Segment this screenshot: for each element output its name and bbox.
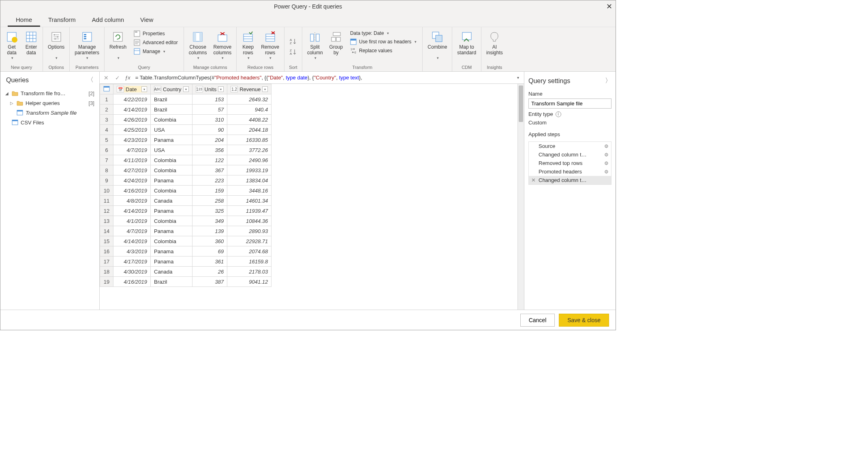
cell[interactable]: 2044.18 [227, 125, 272, 135]
row-number[interactable]: 6 [100, 145, 113, 155]
table-row[interactable]: 74/11/2019Colombia1222490.96 [100, 155, 272, 165]
cell[interactable]: Colombia [151, 216, 192, 226]
row-number[interactable]: 3 [100, 115, 113, 125]
cell[interactable]: 2649.32 [227, 94, 272, 105]
cell[interactable]: 2074.68 [227, 246, 272, 257]
cell[interactable]: 4/7/2019 [113, 145, 151, 155]
scrollbar-thumb[interactable] [519, 86, 523, 122]
keep-rows-button[interactable]: Keep rows▾ [239, 29, 257, 62]
cell[interactable]: Colombia [151, 165, 192, 175]
applied-step[interactable]: Promoted headers⚙ [529, 167, 611, 176]
query-name-input[interactable] [528, 98, 611, 109]
table-row[interactable]: 54/23/2019Panama20416330.85 [100, 135, 272, 145]
cell[interactable]: Canada [151, 267, 192, 277]
cell[interactable]: 4/26/2019 [113, 115, 151, 125]
replace-values-button[interactable]: 12 Replace values [348, 47, 418, 55]
row-number[interactable]: 1 [100, 94, 113, 105]
row-number[interactable]: 12 [100, 206, 113, 216]
row-number[interactable]: 4 [100, 125, 113, 135]
tree-folder[interactable]: ◢Transform file fro…[2] [4, 88, 96, 98]
remove-columns-button[interactable]: Remove columns▾ [211, 29, 234, 62]
table-row[interactable]: 164/3/2019Panama692074.68 [100, 246, 272, 257]
table-row[interactable]: 134/1/2019Colombia34910844.36 [100, 216, 272, 226]
get-data-button[interactable]: Get data▾ [3, 29, 21, 62]
cell[interactable]: 258 [192, 196, 227, 206]
cell[interactable]: 4/14/2019 [113, 236, 151, 246]
cell[interactable]: USA [151, 145, 192, 155]
cell[interactable]: 4/17/2019 [113, 257, 151, 267]
cell[interactable]: 153 [192, 94, 227, 105]
table-row[interactable]: 94/24/2019Panama22313834.04 [100, 175, 272, 186]
filter-icon[interactable]: ▾ [141, 86, 147, 92]
applied-step[interactable]: Changed column t…⚙ [529, 150, 611, 159]
advanced-editor-button[interactable]: Advanced editor [132, 38, 180, 47]
cell[interactable]: Panama [151, 246, 192, 257]
gear-icon[interactable]: ⚙ [604, 143, 609, 149]
cell[interactable]: Colombia [151, 115, 192, 125]
row-number[interactable]: 7 [100, 155, 113, 165]
collapse-icon[interactable]: 〈 [87, 76, 94, 84]
cell[interactable]: 367 [192, 165, 227, 175]
cell[interactable]: 26 [192, 267, 227, 277]
cell[interactable]: 4/14/2019 [113, 105, 151, 115]
cell[interactable]: 387 [192, 277, 227, 287]
cell[interactable]: 349 [192, 216, 227, 226]
filter-icon[interactable]: ▾ [183, 86, 189, 92]
fx-icon[interactable]: ƒx [125, 75, 130, 81]
sort-asc-button[interactable]: AZ [289, 37, 297, 45]
cell[interactable]: 4/22/2019 [113, 94, 151, 105]
cell[interactable]: Panama [151, 257, 192, 267]
cell[interactable]: Colombia [151, 155, 192, 165]
table-row[interactable]: 24/14/2019Brazil57940.4 [100, 105, 272, 115]
cell[interactable]: 4/27/2019 [113, 165, 151, 175]
refresh-button[interactable]: Refresh▾ [107, 29, 129, 62]
formula-commit-icon[interactable]: ✓ [113, 75, 122, 81]
cell[interactable]: Brazil [151, 105, 192, 115]
properties-button[interactable]: Properties [132, 30, 180, 38]
formula-input[interactable]: = Table.TransformColumnTypes(#"Promoted … [134, 74, 511, 81]
column-header[interactable]: ABCCountry▾ [151, 84, 192, 94]
column-header[interactable]: 1.2Revenue▾ [227, 84, 272, 94]
choose-columns-button[interactable]: Choose columns▾ [186, 29, 210, 62]
type-icon[interactable]: ABC [154, 86, 161, 92]
ai-insights-button[interactable]: AI insights [484, 29, 505, 58]
cell[interactable]: 90 [192, 125, 227, 135]
cell[interactable]: 361 [192, 257, 227, 267]
row-number[interactable]: 2 [100, 105, 113, 115]
row-number[interactable]: 15 [100, 236, 113, 246]
table-row[interactable]: 34/26/2019Colombia3104408.22 [100, 115, 272, 125]
close-icon[interactable]: ✕ [606, 2, 612, 11]
tab-home[interactable]: Home [8, 13, 40, 27]
table-row[interactable]: 174/17/2019Panama36116159.8 [100, 257, 272, 267]
table-row[interactable]: 184/30/2019Canada262178.03 [100, 267, 272, 277]
cell[interactable]: Colombia [151, 186, 192, 196]
table-row[interactable]: 14/22/2019Brazil1532649.32 [100, 94, 272, 105]
cell[interactable]: 4/30/2019 [113, 267, 151, 277]
cell[interactable]: 14601.34 [227, 196, 272, 206]
data-type-button[interactable]: Data type: Date ▾ [348, 30, 418, 37]
cell[interactable]: 4/24/2019 [113, 175, 151, 186]
filter-icon[interactable]: ▾ [218, 86, 224, 92]
sort-desc-button[interactable]: ZA [289, 48, 297, 56]
cell[interactable]: 16330.85 [227, 135, 272, 145]
cell[interactable]: 310 [192, 115, 227, 125]
table-row[interactable]: 124/14/2019Panama32511939.47 [100, 206, 272, 216]
column-header[interactable]: 123Units▾ [192, 84, 227, 94]
table-row[interactable]: 84/27/2019Colombia36719933.19 [100, 165, 272, 175]
manage-parameters-button[interactable]: Manage parameters▾ [72, 29, 102, 62]
enter-data-button[interactable]: Enter data [22, 29, 40, 58]
cell[interactable]: 9041.12 [227, 277, 272, 287]
cell[interactable]: Brazil [151, 277, 192, 287]
cell[interactable]: Panama [151, 226, 192, 236]
delete-step-icon[interactable]: ✕ [531, 177, 536, 183]
applied-step[interactable]: ✕Changed column t… [529, 176, 611, 184]
cell[interactable]: USA [151, 125, 192, 135]
remove-rows-button[interactable]: Remove rows▾ [259, 29, 282, 62]
row-number[interactable]: 10 [100, 186, 113, 196]
row-number[interactable]: 19 [100, 277, 113, 287]
data-grid[interactable]: 📅Date▾ABCCountry▾123Units▾1.2Revenue▾14/… [100, 84, 272, 287]
cell[interactable]: 325 [192, 206, 227, 216]
cell[interactable]: 2890.93 [227, 226, 272, 236]
cell[interactable]: 10844.36 [227, 216, 272, 226]
options-button[interactable]: Options▾ [45, 29, 67, 62]
